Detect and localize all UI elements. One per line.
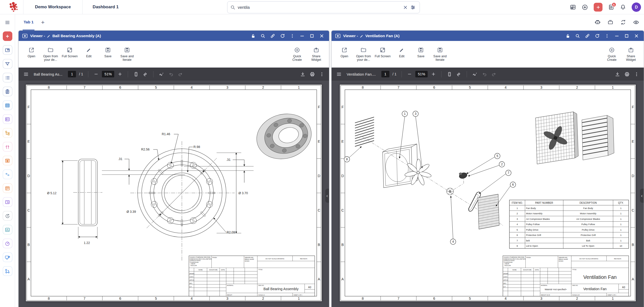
redo-icon[interactable] (490, 70, 498, 78)
download-icon[interactable] (299, 70, 306, 78)
sidebar-toggle-icon[interactable] (22, 70, 30, 78)
sidebar-item-list[interactable] (3, 73, 12, 82)
refresh-icon[interactable] (593, 32, 601, 39)
save-and-iterate-button[interactable]: Save and Iterate (431, 47, 449, 62)
maximize-icon[interactable] (308, 32, 316, 39)
zoom-level[interactable]: 51% (415, 71, 428, 77)
dashboard-name[interactable]: Dashboard 1 (83, 5, 129, 10)
workspace-name[interactable]: Demo Workspace (23, 5, 82, 10)
document-scroll-area[interactable]: 8877665544332211FFEEDDCCBBAA (332, 81, 644, 307)
search-icon[interactable] (574, 32, 581, 39)
full-screen-button[interactable]: Full Screen (61, 47, 78, 62)
link-icon[interactable] (584, 32, 591, 39)
sync-icon[interactable] (620, 19, 627, 26)
rotate-icon[interactable] (455, 70, 463, 78)
maximize-icon[interactable] (623, 32, 630, 39)
edit-button[interactable]: Edit (80, 47, 98, 62)
zoom-out-icon[interactable] (406, 70, 413, 78)
kebab-menu-icon[interactable] (603, 32, 611, 39)
clear-search-icon[interactable] (401, 4, 409, 11)
close-icon[interactable] (633, 32, 640, 39)
tasks-icon[interactable]: 5 (608, 4, 614, 10)
open-from-device-button[interactable]: Open from your de... (42, 47, 59, 62)
kebab-menu-icon[interactable] (289, 32, 296, 39)
window-titlebar[interactable]: Viewer - Ball Bearing Assembly (A) (19, 31, 329, 41)
eye-icon[interactable] (633, 19, 639, 26)
sidebar-item-workflow[interactable] (3, 266, 12, 276)
minimize-icon[interactable] (613, 32, 621, 39)
tab-1[interactable]: Tab 1 (23, 14, 34, 30)
add-button[interactable] (594, 3, 602, 12)
ink-annotate-icon[interactable] (157, 70, 165, 78)
sidebar-item-branch[interactable] (3, 142, 12, 151)
sidebar-item-windows[interactable] (3, 45, 12, 55)
collapse-panel-handle[interactable]: ‹ (325, 189, 329, 203)
avatar[interactable]: D (632, 3, 641, 12)
redo-icon[interactable] (177, 70, 184, 78)
undo-icon[interactable] (480, 70, 488, 78)
global-search[interactable] (227, 1, 420, 13)
search-filters-icon[interactable] (409, 4, 417, 11)
zoom-level[interactable]: 51% (102, 71, 114, 77)
apps-grid-icon[interactable] (570, 4, 576, 10)
link-icon[interactable] (269, 32, 276, 39)
sidebar-item-viewer[interactable] (3, 156, 12, 165)
sidebar-item-panel[interactable] (3, 197, 12, 207)
edit-button[interactable]: Edit (393, 47, 411, 62)
quick-create-button[interactable]: Quick Create (603, 47, 621, 62)
archive-box-icon[interactable] (607, 19, 614, 26)
kebab-menu-icon[interactable] (318, 70, 326, 78)
close-icon[interactable] (318, 32, 326, 39)
undo-icon[interactable] (167, 70, 175, 78)
zoom-in-icon[interactable] (430, 70, 437, 78)
print-icon[interactable] (308, 70, 316, 78)
search-input[interactable] (238, 5, 401, 10)
open-button[interactable]: Open (23, 47, 40, 62)
collapse-panel-handle[interactable]: ‹ (640, 189, 644, 203)
kebab-menu-icon[interactable] (633, 70, 640, 78)
sidebar-item-filter[interactable] (3, 59, 12, 69)
sidebar-item-history[interactable] (3, 211, 12, 221)
sidebar-item-board[interactable] (3, 183, 12, 193)
refresh-icon[interactable] (279, 32, 286, 39)
bell-icon[interactable] (620, 4, 626, 10)
fit-page-icon[interactable] (132, 70, 140, 78)
share-widget-button[interactable]: Share Widget (307, 47, 325, 62)
sidebar-item-chart[interactable] (3, 225, 12, 234)
open-from-device-button[interactable]: Open from your de... (355, 47, 372, 62)
download-icon[interactable] (614, 70, 621, 78)
lock-icon[interactable] (249, 32, 257, 39)
fit-page-icon[interactable] (446, 70, 453, 78)
sidebar-item-table[interactable] (3, 100, 12, 110)
sidebar-item-gauge[interactable] (3, 239, 12, 248)
add-tab-button[interactable]: + (41, 19, 45, 25)
assistant-bot-icon[interactable] (594, 19, 601, 26)
ink-annotate-icon[interactable] (471, 70, 478, 78)
sidebar-toggle-icon[interactable] (335, 70, 343, 78)
search-icon[interactable] (259, 32, 267, 39)
sidebar-item-add[interactable] (3, 31, 12, 41)
page-number-input[interactable]: 1 (381, 71, 389, 77)
save-button[interactable]: Save (412, 47, 430, 62)
save-button[interactable]: Save (99, 47, 117, 62)
circle-plus-icon[interactable] (582, 4, 588, 11)
save-and-iterate-button[interactable]: Save and Iterate (118, 47, 136, 62)
document-scroll-area[interactable]: 8877665544332211FFEEDDCCBBAA (19, 81, 329, 307)
sidebar-item-menu[interactable] (3, 18, 12, 27)
print-icon[interactable] (623, 70, 631, 78)
full-screen-button[interactable]: Full Screen (374, 47, 391, 62)
zoom-out-icon[interactable] (92, 70, 100, 78)
quick-create-button[interactable]: Quick Create (288, 47, 306, 62)
page-number-input[interactable]: 1 (68, 71, 76, 77)
sidebar-item-merge[interactable] (3, 170, 12, 179)
share-widget-button[interactable]: Share Widget (622, 47, 640, 62)
sidebar-item-monitor-sync[interactable] (3, 252, 12, 262)
zoom-in-icon[interactable] (116, 70, 124, 78)
sidebar-item-form[interactable] (3, 114, 12, 124)
rotate-icon[interactable] (142, 70, 149, 78)
window-titlebar[interactable]: Viewer - Ventilation Fan (A) (332, 31, 644, 41)
minimize-icon[interactable] (298, 32, 306, 39)
sidebar-item-clipboard[interactable] (3, 87, 12, 96)
sidebar-item-tree[interactable] (3, 128, 12, 138)
app-logo[interactable] (4, 2, 23, 12)
